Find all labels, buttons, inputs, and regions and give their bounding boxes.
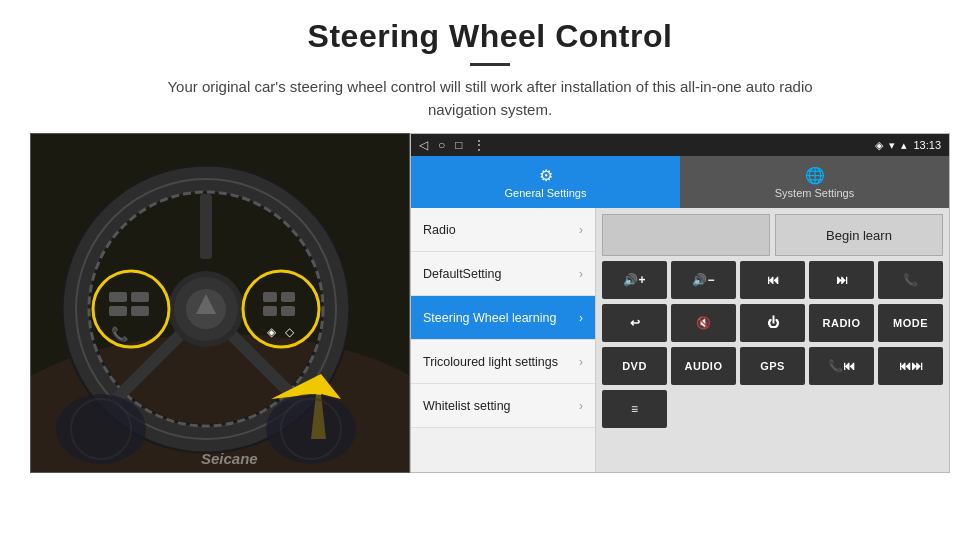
svg-rect-17 — [131, 306, 149, 316]
page-wrapper: Steering Wheel Control Your original car… — [0, 0, 980, 473]
prev-icon: ⏮ — [767, 273, 779, 287]
menu-arrow-tricoloured: › — [579, 355, 583, 369]
list-menu-button[interactable]: ≡ — [602, 390, 667, 428]
begin-learn-button[interactable]: Begin learn — [775, 214, 943, 256]
menu-item-tricoloured-label: Tricoloured light settings — [423, 355, 558, 369]
power-button[interactable]: ⏻ — [740, 304, 805, 342]
svg-point-28 — [56, 394, 146, 464]
gps-btn-label: GPS — [760, 360, 785, 372]
menu-item-default-label: DefaultSetting — [423, 267, 502, 281]
system-settings-label: System Settings — [775, 187, 854, 199]
phone-prev-icon: 📞⏮ — [828, 359, 855, 373]
svg-text:Seicane: Seicane — [201, 450, 258, 467]
general-settings-icon: ⚙ — [539, 166, 553, 185]
system-settings-icon: 🌐 — [805, 166, 825, 185]
phone-prev-button[interactable]: 📞⏮ — [809, 347, 874, 385]
wifi-icon: ▾ — [889, 139, 895, 152]
back-button[interactable]: ↩ — [602, 304, 667, 342]
title-divider — [470, 63, 510, 66]
rp-row4: DVD AUDIO GPS 📞⏮ ⏮⏭ — [602, 347, 943, 385]
rp-row2: 🔊+ 🔊− ⏮ ⏭ 📞 — [602, 261, 943, 299]
svg-rect-23 — [281, 306, 295, 316]
left-menu: Radio › DefaultSetting › Steering Wheel … — [411, 208, 596, 472]
svg-rect-22 — [263, 306, 277, 316]
phone-button[interactable]: 📞 — [878, 261, 943, 299]
clock: 13:13 — [913, 139, 941, 151]
mode-btn-label: MODE — [893, 317, 928, 329]
menu-nav-icon[interactable]: ⋮ — [473, 138, 485, 152]
menu-item-radio-label: Radio — [423, 223, 456, 237]
right-panel: Begin learn 🔊+ 🔊− ⏮ — [596, 208, 949, 472]
tab-system-settings[interactable]: 🌐 System Settings — [680, 156, 949, 208]
next-track-button[interactable]: ⏭ — [809, 261, 874, 299]
menu-item-default-setting[interactable]: DefaultSetting › — [411, 252, 595, 296]
menu-item-radio[interactable]: Radio › — [411, 208, 595, 252]
rp-row5: ≡ — [602, 390, 943, 428]
steering-wheel-svg: 📞 ◈ ◇ Seicane — [31, 134, 410, 473]
rp-row3: ↩ 🔇 ⏻ RADIO MODE — [602, 304, 943, 342]
prev-track-button[interactable]: ⏮ — [740, 261, 805, 299]
svg-rect-21 — [281, 292, 295, 302]
rp-row1: Begin learn — [602, 214, 943, 256]
svg-rect-15 — [109, 306, 127, 316]
vol-up-button[interactable]: 🔊+ — [602, 261, 667, 299]
content-area: 📞 ◈ ◇ Seicane — [30, 133, 950, 473]
list-menu-icon: ≡ — [631, 402, 638, 416]
signal-icon: ▴ — [901, 139, 907, 152]
menu-item-tricoloured[interactable]: Tricoloured light settings › — [411, 340, 595, 384]
status-bar-left: ◁ ○ □ ⋮ — [419, 138, 485, 152]
menu-item-steering-label: Steering Wheel learning — [423, 311, 556, 325]
gps-button[interactable]: GPS — [740, 347, 805, 385]
skip-icon: ⏮⏭ — [899, 359, 923, 373]
svg-point-29 — [266, 394, 356, 464]
mode-button[interactable]: MODE — [878, 304, 943, 342]
svg-text:📞: 📞 — [111, 326, 129, 343]
photo-side: 📞 ◈ ◇ Seicane — [30, 133, 410, 473]
menu-item-whitelist-label: Whitelist setting — [423, 399, 511, 413]
phone-icon: 📞 — [903, 273, 918, 287]
menu-arrow-radio: › — [579, 223, 583, 237]
page-title: Steering Wheel Control — [30, 18, 950, 55]
tab-bar: ⚙ General Settings 🌐 System Settings — [411, 156, 949, 208]
menu-arrow-steering: › — [579, 311, 583, 325]
title-section: Steering Wheel Control Your original car… — [30, 18, 950, 121]
svg-rect-20 — [263, 292, 277, 302]
mute-icon: 🔇 — [696, 316, 711, 330]
radio-btn[interactable]: RADIO — [809, 304, 874, 342]
svg-rect-14 — [109, 292, 127, 302]
status-bar: ◁ ○ □ ⋮ ◈ ▾ ▴ 13:13 — [411, 134, 949, 156]
svg-text:◈: ◈ — [267, 325, 277, 339]
next-icon: ⏭ — [836, 273, 848, 287]
menu-item-steering-wheel[interactable]: Steering Wheel learning › — [411, 296, 595, 340]
ui-side: ◁ ○ □ ⋮ ◈ ▾ ▴ 13:13 ⚙ General Settings — [410, 133, 950, 473]
location-icon: ◈ — [875, 139, 883, 152]
status-bar-right: ◈ ▾ ▴ 13:13 — [875, 139, 941, 152]
audio-btn-label: AUDIO — [685, 360, 723, 372]
svg-rect-6 — [200, 194, 212, 259]
menu-item-whitelist[interactable]: Whitelist setting › — [411, 384, 595, 428]
back-icon: ↩ — [630, 316, 640, 330]
mute-button[interactable]: 🔇 — [671, 304, 736, 342]
general-settings-label: General Settings — [505, 187, 587, 199]
home-nav-icon[interactable]: ○ — [438, 138, 445, 152]
svg-text:◇: ◇ — [285, 325, 295, 339]
radio-btn-label: RADIO — [823, 317, 861, 329]
tab-general-settings[interactable]: ⚙ General Settings — [411, 156, 680, 208]
vol-up-icon: 🔊+ — [623, 273, 645, 287]
dvd-btn-label: DVD — [622, 360, 647, 372]
back-nav-icon[interactable]: ◁ — [419, 138, 428, 152]
main-content: Radio › DefaultSetting › Steering Wheel … — [411, 208, 949, 472]
svg-rect-16 — [131, 292, 149, 302]
vol-down-icon: 🔊− — [692, 273, 714, 287]
dvd-button[interactable]: DVD — [602, 347, 667, 385]
rp-empty-box — [602, 214, 770, 256]
audio-button[interactable]: AUDIO — [671, 347, 736, 385]
subtitle-text: Your original car's steering wheel contr… — [140, 76, 840, 121]
skip-button[interactable]: ⏮⏭ — [878, 347, 943, 385]
recents-nav-icon[interactable]: □ — [455, 138, 462, 152]
power-icon: ⏻ — [767, 316, 779, 330]
menu-arrow-default: › — [579, 267, 583, 281]
vol-down-button[interactable]: 🔊− — [671, 261, 736, 299]
menu-arrow-whitelist: › — [579, 399, 583, 413]
